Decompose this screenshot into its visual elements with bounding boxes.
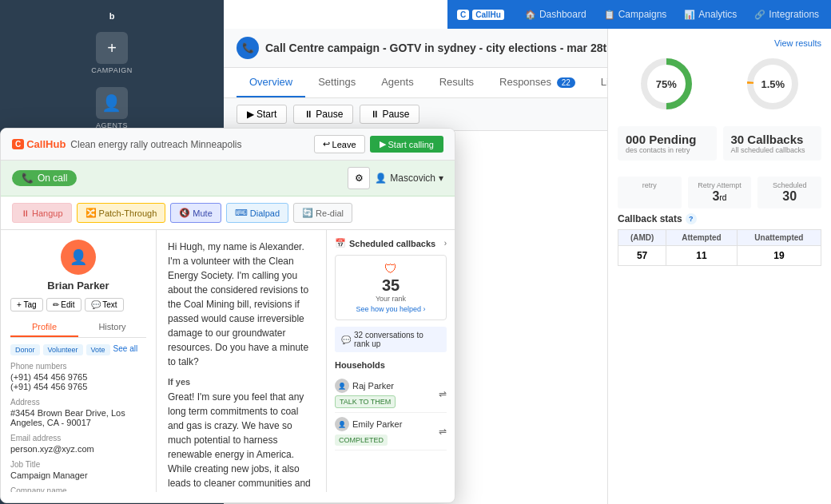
rank-number: 35 bbox=[342, 276, 439, 295]
sidebar-logo: b bbox=[109, 6, 115, 26]
phone-label: Phone numbers bbox=[10, 362, 146, 371]
emily-name-text: Emily Parker bbox=[352, 419, 402, 429]
profile-badges: Donor Volunteer Vote See all bbox=[10, 344, 146, 355]
profile-nav: Profile History bbox=[10, 318, 146, 338]
on-call-settings-btn[interactable]: ⚙ bbox=[348, 167, 370, 189]
pending-title: Pending bbox=[649, 133, 696, 146]
stats-row: 57 11 19 bbox=[618, 246, 821, 266]
phone-value-2: (+91) 454 456 9765 bbox=[10, 382, 146, 391]
talk-to-them-button[interactable]: TALK TO THEM bbox=[335, 395, 396, 408]
leave-icon: ↩ bbox=[323, 139, 330, 149]
company-field: Company name Greenpeace bbox=[10, 486, 146, 492]
nav-brand: C CallHu bbox=[457, 10, 504, 20]
user-icon: 👤 bbox=[375, 173, 387, 184]
redial-label: Re-dial bbox=[316, 208, 344, 218]
callbacks-count: 30 Callbacks bbox=[731, 133, 814, 146]
pause1-button[interactable]: ⏸ Pause bbox=[293, 105, 353, 124]
profile-tags: + Tag ✏ Edit 💬 Text bbox=[10, 298, 146, 312]
callbacks-title: Callbacks bbox=[747, 133, 803, 146]
callbacks-sublabel: All scheduled callbacks bbox=[731, 146, 814, 154]
household-raj-avatar: 👤 bbox=[335, 379, 349, 393]
pending-sublabel: des contacts in retry bbox=[626, 146, 709, 154]
nav-dashboard[interactable]: 🏠 Dashboard bbox=[517, 6, 594, 23]
stats-panel: View results 75% 1.5% bbox=[607, 29, 831, 504]
start-calling-icon: ▶ bbox=[380, 139, 386, 149]
leave-label: Leave bbox=[332, 140, 356, 149]
household-raj-name: 👤 Raj Parker bbox=[335, 379, 396, 393]
agents-icon-btn[interactable]: 👤 bbox=[96, 87, 128, 119]
see-all-link[interactable]: See all bbox=[113, 344, 138, 355]
dropdown-icon: ▾ bbox=[439, 173, 443, 184]
profile-name: Brian Parker bbox=[10, 280, 146, 292]
tab-overview[interactable]: Overview bbox=[237, 68, 305, 97]
brand-text: CallHu bbox=[472, 10, 504, 20]
household-emily-avatar: 👤 bbox=[335, 417, 349, 431]
script-ifyes-label: If yes bbox=[168, 377, 315, 387]
cb-stats-info-icon: ? bbox=[686, 213, 697, 224]
tab-agents[interactable]: Agents bbox=[368, 68, 426, 97]
stats-cell-attempted: 11 bbox=[666, 246, 738, 266]
stats-col-amd: (AMD) bbox=[618, 230, 666, 246]
callbacks-stats-box: 30 Callbacks All scheduled callbacks bbox=[723, 126, 822, 161]
campaign-icon-btn[interactable]: + bbox=[96, 32, 128, 64]
campaigns-icon: 📋 bbox=[604, 10, 615, 20]
edit-profile-label: ✏ Edit bbox=[53, 300, 75, 309]
mute-label: Mute bbox=[193, 208, 212, 218]
callbacks-panel: 📅 Scheduled callbacks › 🛡 35 Your rank S… bbox=[327, 230, 455, 492]
mute-button[interactable]: 🔇 Mute bbox=[170, 203, 221, 223]
callbacks-chevron-icon[interactable]: › bbox=[444, 239, 447, 248]
redial-button[interactable]: 🔄 Re-dial bbox=[293, 203, 352, 223]
nav-dashboard-label: Dashboard bbox=[539, 9, 586, 20]
nav-integrations[interactable]: 🔗 Integrations bbox=[746, 6, 827, 23]
text-button[interactable]: 💬 Text bbox=[85, 298, 124, 312]
history-tab[interactable]: History bbox=[78, 318, 146, 337]
donut-row: 75% 1.5% bbox=[618, 56, 821, 115]
tab-results[interactable]: Results bbox=[427, 68, 487, 97]
edit-profile-button[interactable]: ✏ Edit bbox=[46, 298, 82, 312]
profile-tab[interactable]: Profile bbox=[10, 318, 78, 337]
pause1-icon: ⏸ bbox=[304, 109, 313, 120]
callbacks-title-text: Scheduled callbacks bbox=[349, 239, 435, 248]
stats-col-attempted: Attempted bbox=[666, 230, 738, 246]
donut-75-text: 75% bbox=[656, 78, 677, 90]
tag-button[interactable]: + Tag bbox=[10, 298, 43, 312]
rank-help-link[interactable]: See how you helped › bbox=[342, 305, 439, 313]
on-call-badge: 📞 On call bbox=[12, 170, 77, 186]
vote-badge: Vote bbox=[86, 344, 110, 355]
conversations-icon: 💬 bbox=[341, 335, 351, 344]
nav-analytics[interactable]: 📊 Analytics bbox=[676, 6, 745, 23]
dialpad-icon: ⌨ bbox=[235, 208, 248, 218]
nav-analytics-label: Analytics bbox=[698, 9, 737, 20]
start-calling-label: Start calling bbox=[388, 140, 434, 149]
tab-settings[interactable]: Settings bbox=[305, 68, 368, 97]
start-button[interactable]: ▶ Start bbox=[237, 105, 287, 124]
conversations-row[interactable]: 💬 32 conversations to rank up bbox=[335, 327, 447, 352]
nav-campaigns[interactable]: 📋 Campaigns bbox=[596, 6, 675, 23]
start-calling-button[interactable]: ▶ Start calling bbox=[370, 136, 443, 153]
retry-attempt-value: 3rd bbox=[693, 189, 747, 204]
retry-scheduled-label: Scheduled bbox=[762, 181, 817, 189]
conversations-text: 32 conversations to rank up bbox=[354, 331, 440, 348]
sidebar-campaign[interactable]: + CAMPAIGN bbox=[85, 26, 138, 81]
analytics-icon: 📊 bbox=[684, 10, 695, 20]
pause2-button[interactable]: ⏸ Pause bbox=[360, 105, 419, 124]
retry-attempt-suffix: rd bbox=[720, 193, 727, 202]
donut-75-container: 75% bbox=[638, 56, 694, 112]
retry-scheduled-value: 30 bbox=[762, 189, 817, 204]
view-results-link[interactable]: View results bbox=[618, 38, 821, 48]
dialpad-button[interactable]: ⌨ Dialpad bbox=[226, 203, 288, 223]
patch-button[interactable]: 🔀 Patch-Through bbox=[77, 203, 166, 223]
stats-table: (AMD) Attempted Unattempted 57 11 19 bbox=[618, 229, 821, 266]
start-label: Start bbox=[256, 109, 276, 120]
pending-number: 000 Pending bbox=[626, 133, 709, 146]
rank-box: 🛡 35 Your rank See how you helped › bbox=[335, 255, 447, 320]
callhub-logo: C CallHub bbox=[12, 138, 66, 150]
widget-brand: C CallHub Clean energy rally outreach Mi… bbox=[12, 138, 241, 150]
donut-1-5-text: 1.5% bbox=[761, 78, 785, 90]
hangup-button[interactable]: ⏸ Hangup bbox=[12, 203, 72, 223]
profile-panel: 👤 Brian Parker + Tag ✏ Edit 💬 Text Profi… bbox=[1, 230, 157, 492]
donut-1-5pct: 1.5% bbox=[725, 56, 822, 115]
retry-row: retry Retry Attempt 3rd Scheduled 30 bbox=[618, 177, 821, 208]
tab-responses[interactable]: Responses 22 bbox=[487, 68, 588, 97]
leave-button[interactable]: ↩ Leave bbox=[314, 135, 365, 153]
